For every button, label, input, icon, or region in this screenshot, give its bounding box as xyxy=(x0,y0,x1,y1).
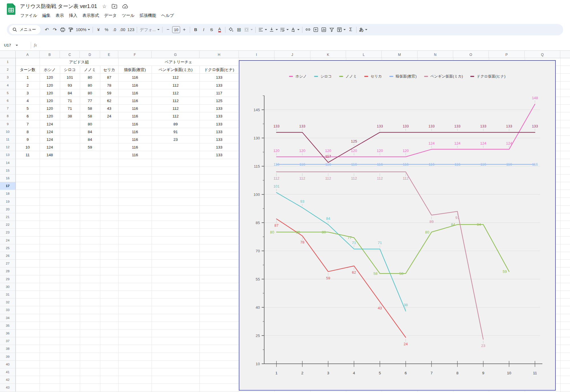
row-header-15[interactable]: 15 xyxy=(0,167,16,174)
row-header-43[interactable]: 43 xyxy=(0,384,16,391)
italic-button[interactable]: I xyxy=(200,26,207,34)
table-cell[interactable]: 71 xyxy=(60,105,80,112)
row-header-7[interactable]: 7 xyxy=(0,105,16,112)
decrease-decimal-button[interactable]: .0 xyxy=(111,26,118,34)
row-header-40[interactable]: 40 xyxy=(0,361,16,368)
table-cell[interactable]: 124 xyxy=(40,136,60,143)
menu-extensions[interactable]: 拡張機能 xyxy=(137,12,159,19)
row-header-25[interactable]: 25 xyxy=(0,244,16,252)
table-cell[interactable]: 116 xyxy=(118,97,152,105)
row-header-20[interactable]: 20 xyxy=(0,206,16,213)
cloud-saved-icon[interactable] xyxy=(122,4,128,9)
table-cell[interactable]: 4 xyxy=(16,97,40,105)
format-currency-button[interactable]: ¥ xyxy=(95,26,102,34)
borders-button[interactable]: ⊞ xyxy=(235,26,243,34)
table-cell[interactable]: 5 xyxy=(16,105,40,112)
table-cell[interactable]: 87 xyxy=(100,74,118,81)
column-header-K[interactable]: K xyxy=(310,51,346,58)
increase-decimal-button[interactable]: .00 xyxy=(119,26,126,34)
column-header-J[interactable]: J xyxy=(274,51,310,58)
menu-edit[interactable]: 編集 xyxy=(40,12,53,19)
table-cell[interactable]: 93 xyxy=(60,82,80,89)
insert-comment-button[interactable] xyxy=(312,26,320,34)
text-rotation-button[interactable] xyxy=(290,26,300,34)
table-header-cell[interactable]: ターン数 xyxy=(16,66,40,74)
merge-cells-button[interactable] xyxy=(243,26,254,34)
table-cell[interactable]: 59 xyxy=(80,143,100,151)
search-menus-button[interactable]: メニュー xyxy=(9,25,40,34)
table-cell[interactable]: 112 xyxy=(152,105,199,112)
table-cell[interactable]: 116 xyxy=(118,105,152,112)
table-cell[interactable]: 116 xyxy=(118,128,152,136)
insert-chart-button[interactable] xyxy=(320,26,328,34)
create-filter-button[interactable] xyxy=(328,26,336,34)
table-cell[interactable]: 58 xyxy=(80,112,100,120)
row-header-34[interactable]: 34 xyxy=(0,314,16,322)
table-cell[interactable]: 116 xyxy=(118,120,152,128)
table-cell[interactable]: 116 xyxy=(118,74,152,81)
row-header-28[interactable]: 28 xyxy=(0,267,16,275)
table-cell[interactable]: 71 xyxy=(60,97,80,105)
column-header-O[interactable]: O xyxy=(453,51,489,58)
column-header-A[interactable]: A xyxy=(16,51,40,58)
row-header-29[interactable]: 29 xyxy=(0,275,16,283)
table-cell[interactable]: 125 xyxy=(199,97,239,105)
column-header-H[interactable]: H xyxy=(199,51,239,58)
select-all-corner[interactable] xyxy=(0,51,16,58)
row-header-42[interactable]: 42 xyxy=(0,376,16,384)
table-cell[interactable]: 120 xyxy=(40,89,60,97)
table-header-cell[interactable]: ホシノ xyxy=(40,66,60,74)
move-to-folder-icon[interactable] xyxy=(112,4,117,9)
font-select[interactable]: デフォ... xyxy=(139,26,160,34)
row-header-38[interactable]: 38 xyxy=(0,345,16,353)
table-cell[interactable]: 2 xyxy=(16,82,40,89)
column-header-M[interactable]: M xyxy=(382,51,418,58)
table-cell[interactable]: 3 xyxy=(16,89,40,97)
table-cell[interactable]: 80 xyxy=(80,89,100,97)
zoom-select[interactable]: 100% xyxy=(75,26,91,34)
table-cell[interactable]: 58 xyxy=(80,105,100,112)
table-cell[interactable]: 133 xyxy=(199,82,239,89)
strikethrough-button[interactable]: S xyxy=(208,26,215,34)
star-icon[interactable]: ☆ xyxy=(102,4,107,9)
table-cell[interactable]: 80 xyxy=(80,120,100,128)
table-cell[interactable]: 112 xyxy=(152,82,199,89)
row-header-26[interactable]: 26 xyxy=(0,252,16,260)
font-size-input[interactable]: 10 xyxy=(172,26,180,33)
menu-data[interactable]: データ xyxy=(101,12,119,19)
table-cell[interactable]: 133 xyxy=(199,105,239,112)
table-cell[interactable]: 120 xyxy=(40,112,60,120)
column-header-D[interactable]: D xyxy=(80,51,100,58)
table-cell[interactable]: 101 xyxy=(60,74,80,81)
row-header-32[interactable]: 32 xyxy=(0,298,16,306)
table-header-cell[interactable]: ペンギン仮面(ミカ) xyxy=(152,66,199,74)
functions-button[interactable]: Σ xyxy=(347,26,355,34)
row-header-36[interactable]: 36 xyxy=(0,330,16,337)
row-header-12[interactable]: 12 xyxy=(0,143,16,151)
undo-button[interactable]: ↶ xyxy=(43,26,51,34)
menu-help[interactable]: ヘルプ xyxy=(159,12,177,19)
row-header-11[interactable]: 11 xyxy=(0,136,16,143)
table-header-cell[interactable]: 猫仮面(教官) xyxy=(118,66,152,74)
table-cell[interactable]: 1 xyxy=(16,74,40,81)
table-cell[interactable]: 116 xyxy=(118,143,152,151)
menu-view[interactable]: 表示 xyxy=(53,12,66,19)
table-cell[interactable]: 124 xyxy=(40,128,60,136)
table-cell[interactable]: 124 xyxy=(40,143,60,151)
input-tools-button[interactable]: あ xyxy=(358,26,368,34)
row-header-6[interactable]: 6 xyxy=(0,97,16,105)
row-header-22[interactable]: 22 xyxy=(0,221,16,229)
column-header-N[interactable]: N xyxy=(418,51,453,58)
table-cell[interactable]: 43 xyxy=(100,105,118,112)
table-cell[interactable]: 38 xyxy=(60,112,80,120)
row-header-24[interactable]: 24 xyxy=(0,237,16,244)
column-header-I[interactable]: I xyxy=(239,51,274,58)
merged-cell-group-abydos[interactable]: アビドス組 xyxy=(40,58,118,66)
menu-insert[interactable]: 挿入 xyxy=(66,12,80,19)
fill-color-button[interactable] xyxy=(227,26,235,34)
table-cell[interactable]: 9 xyxy=(16,136,40,143)
table-cell[interactable]: 133 xyxy=(199,74,239,81)
row-header-35[interactable]: 35 xyxy=(0,322,16,330)
column-header-B[interactable]: B xyxy=(40,51,60,58)
table-cell[interactable]: 116 xyxy=(118,89,152,97)
